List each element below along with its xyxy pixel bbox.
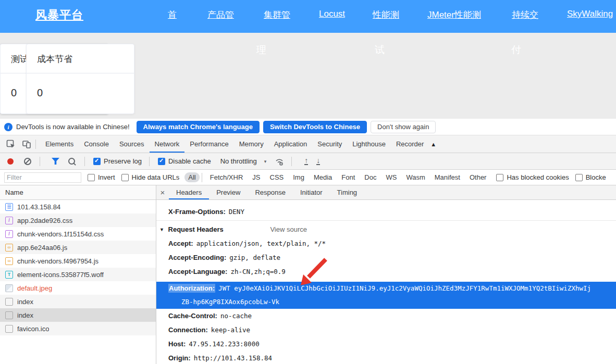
stat-card-cost-saving: 成本节省 0 bbox=[26, 44, 134, 114]
tab-performance[interactable]: Performance bbox=[184, 135, 233, 153]
tab-preview[interactable]: Preview bbox=[209, 185, 248, 199]
close-icon[interactable]: × bbox=[156, 188, 169, 197]
tab-elements[interactable]: Elements bbox=[40, 135, 79, 153]
request-row[interactable]: ☰ 101.43.158.84 bbox=[0, 200, 156, 214]
request-row[interactable]: / chunk-vendors.1f15154d.css bbox=[0, 227, 156, 241]
filter-pill-other[interactable]: Other bbox=[466, 172, 490, 182]
header-entry: Host47.95.142.233:8000 bbox=[156, 337, 616, 351]
tab-timing[interactable]: Timing bbox=[330, 185, 365, 199]
ghost-text: 理 bbox=[256, 43, 266, 57]
clear-network-log-icon[interactable] bbox=[24, 158, 31, 165]
filter-pill-fetch-xhr[interactable]: Fetch/XHR bbox=[206, 172, 247, 182]
app-logo[interactable]: 风暴平台 bbox=[35, 7, 83, 23]
disable-cache-checkbox[interactable] bbox=[158, 158, 165, 165]
divider bbox=[156, 220, 616, 221]
tab-headers[interactable]: Headers bbox=[169, 185, 209, 199]
nav-item-skywalking[interactable]: SkyWalking bbox=[567, 9, 613, 19]
ghost-text: 付 bbox=[511, 43, 521, 57]
filter-pill-img[interactable]: Img bbox=[289, 172, 308, 182]
tab-security[interactable]: Security bbox=[312, 135, 347, 153]
network-conditions-icon[interactable] bbox=[275, 157, 285, 166]
filter-pill-manifest[interactable]: Manifest bbox=[431, 172, 464, 182]
tab-network[interactable]: Network bbox=[150, 135, 185, 153]
filter-funnel-icon[interactable] bbox=[52, 158, 59, 165]
blocked-requests-checkbox[interactable] bbox=[575, 174, 583, 181]
request-details-panel: × Headers Preview Response Initiator Tim… bbox=[156, 185, 616, 364]
filter-pill-doc[interactable]: Doc bbox=[361, 172, 380, 182]
tab-console[interactable]: Console bbox=[79, 135, 114, 153]
request-row-failed[interactable]: default.jpeg bbox=[0, 281, 156, 295]
hide-data-urls-checkbox[interactable] bbox=[121, 174, 129, 181]
filter-pill-ws[interactable]: WS bbox=[382, 172, 400, 182]
record-network-log-icon[interactable] bbox=[7, 158, 14, 165]
filter-pill-media[interactable]: Media bbox=[310, 172, 336, 182]
divider bbox=[149, 157, 150, 166]
generic-file-icon bbox=[5, 325, 13, 333]
request-row[interactable]: ‹› chunk-vendors.f4967954.js bbox=[0, 254, 156, 268]
blocked-requests-label: Blocke bbox=[586, 173, 606, 181]
view-source-link[interactable]: View source bbox=[270, 225, 307, 233]
has-blocked-cookies-checkbox[interactable] bbox=[496, 174, 503, 181]
device-toolbar-icon[interactable] bbox=[22, 140, 31, 149]
switch-devtools-chinese-button[interactable]: Switch DevTools to Chinese bbox=[263, 121, 367, 133]
preserve-log-checkbox[interactable] bbox=[93, 158, 101, 165]
divider bbox=[202, 173, 202, 182]
search-icon[interactable] bbox=[68, 157, 76, 166]
dashboard-body: 理 试 付 产品总数 3 测试用例数 0 测试套件数 0 成本节省 0 bbox=[0, 33, 616, 119]
filter-pill-css[interactable]: CSS bbox=[266, 172, 288, 182]
font-icon: T bbox=[5, 271, 13, 279]
tab-response[interactable]: Response bbox=[248, 185, 293, 199]
header-entry: Acceptapplication/json, text/plain, */* bbox=[156, 236, 616, 250]
nav-item-locust[interactable]: Locust bbox=[319, 9, 345, 19]
script-icon: ‹› bbox=[5, 244, 13, 252]
filter-input[interactable] bbox=[4, 172, 81, 183]
nav-item-cluster[interactable]: 集群管 bbox=[264, 9, 290, 21]
disable-cache-label: Disable cache bbox=[168, 157, 211, 165]
tab-sources[interactable]: Sources bbox=[114, 135, 150, 153]
tab-recorder[interactable]: Recorder bbox=[391, 135, 429, 153]
tab-initiator[interactable]: Initiator bbox=[293, 185, 330, 199]
name-column-header[interactable]: Name bbox=[0, 185, 156, 200]
header-entry: X-Frame-OptionsDENY bbox=[156, 205, 616, 219]
inspect-element-icon[interactable] bbox=[6, 140, 16, 149]
import-har-icon[interactable]: ↑ bbox=[304, 157, 308, 165]
request-row[interactable]: favicon.ico bbox=[0, 322, 156, 335]
notice-message: DevTools is now available in Chinese! bbox=[16, 123, 130, 131]
request-row[interactable]: ‹› app.6e24aa06.js bbox=[0, 241, 156, 254]
nav-item-product[interactable]: 产品管 bbox=[207, 9, 234, 21]
nav-item-performance[interactable]: 性能测 bbox=[373, 9, 399, 21]
divider bbox=[35, 140, 36, 149]
preserve-log-label: Preserve log bbox=[104, 157, 142, 165]
filter-pill-all[interactable]: All bbox=[184, 172, 199, 182]
nav-item-continuous[interactable]: 持续交 bbox=[512, 9, 538, 21]
authorization-header-highlighted[interactable]: AuthorizationJWT eyJ0eXAiOiJKV1QiLCJhbGc… bbox=[156, 282, 616, 309]
throttling-select[interactable]: No throttling bbox=[220, 157, 257, 165]
nav-item-home[interactable]: 首 bbox=[168, 9, 177, 21]
filter-pill-wasm[interactable]: Wasm bbox=[402, 172, 428, 182]
request-row[interactable]: / app.2dade926.css bbox=[0, 214, 156, 227]
stylesheet-icon: / bbox=[5, 217, 13, 224]
chevron-down-icon[interactable]: ▾ bbox=[264, 159, 267, 164]
match-chrome-language-button[interactable]: Always match Chrome's language bbox=[137, 121, 260, 133]
request-headers-section: ▼ Request Headers View source bbox=[156, 222, 616, 236]
nav-item-jmeter[interactable]: JMeter性能测 bbox=[427, 9, 481, 21]
request-row[interactable]: index bbox=[0, 295, 156, 308]
invert-checkbox[interactable] bbox=[88, 174, 95, 181]
dont-show-again-button[interactable]: Don't show again bbox=[371, 121, 436, 133]
app-header: 风暴平台 首 产品管 集群管 Locust 性能测 JMeter性能测 持续交 … bbox=[0, 0, 616, 33]
divider bbox=[84, 157, 85, 166]
divider bbox=[40, 157, 40, 166]
export-har-icon[interactable]: ↓ bbox=[316, 157, 320, 165]
disclosure-triangle-icon[interactable]: ▼ bbox=[159, 227, 164, 232]
request-list-panel: Name ☰ 101.43.158.84 / app.2dade926.css … bbox=[0, 185, 156, 364]
filter-pill-js[interactable]: JS bbox=[249, 172, 264, 182]
tab-lighthouse[interactable]: Lighthouse bbox=[347, 135, 391, 153]
tab-application[interactable]: Application bbox=[269, 135, 313, 153]
request-row[interactable]: T element-icons.535877f5.woff bbox=[0, 268, 156, 281]
header-entry: Connectionkeep-alive bbox=[156, 323, 616, 337]
has-blocked-cookies-label: Has blocked cookies bbox=[507, 173, 569, 181]
invert-label: Invert bbox=[98, 173, 115, 181]
tab-memory[interactable]: Memory bbox=[234, 135, 269, 153]
filter-pill-font[interactable]: Font bbox=[338, 172, 359, 182]
request-row-selected[interactable]: index bbox=[0, 308, 156, 322]
